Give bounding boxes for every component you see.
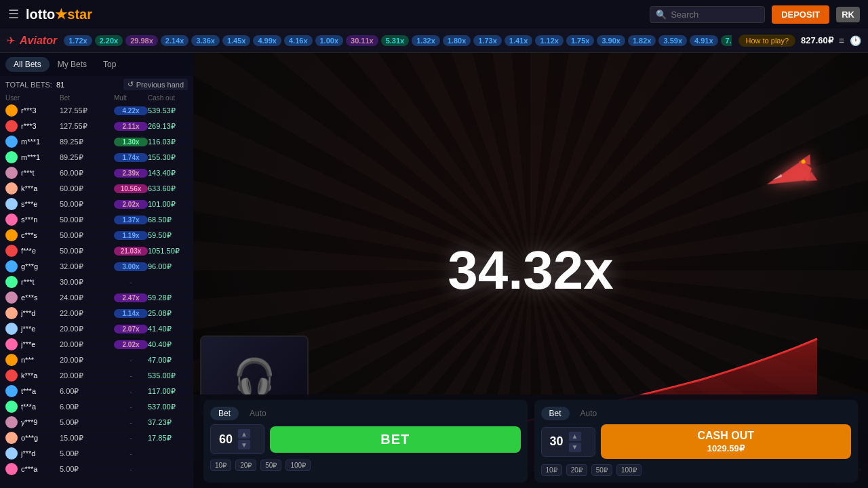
table-row: f***e 50.00₽ 21.03x 1051.50₽ (0, 243, 193, 259)
cashout-value: 17.85₽ (148, 434, 193, 443)
auto-tab-2[interactable]: Auto (572, 407, 606, 420)
user-cell: j***d (5, 307, 60, 319)
bet-increase-1[interactable]: ▲ (238, 429, 250, 439)
multiplier-badge[interactable]: 1.75x (566, 35, 595, 46)
user-cell: j***e (5, 338, 60, 350)
mult-pill: 21.03x (114, 247, 148, 256)
multiplier-badge[interactable]: 1.12x (535, 35, 564, 46)
bet-amount: 127.55₽ (60, 106, 114, 115)
bets-tab-top[interactable]: Top (95, 57, 124, 72)
multiplier-badge[interactable]: 3.59x (658, 35, 687, 46)
quick-bet-button[interactable]: 100₽ (285, 460, 311, 471)
multiplier-badge[interactable]: 4.16x (284, 35, 313, 46)
mult-pill: - (114, 403, 148, 411)
avatar (5, 307, 18, 319)
bet-decrease-2[interactable]: ▼ (569, 443, 581, 452)
search-box[interactable]: 🔍 (650, 6, 765, 23)
prev-hand-button[interactable]: ↺ Previous hand (123, 79, 188, 90)
bet-increase-2[interactable]: ▲ (569, 432, 581, 441)
multiplier-badge[interactable]: 7.76x (721, 35, 732, 46)
bets-panel: All BetsMy BetsTop TOTAL BETS: 81 ↺ Prev… (0, 53, 193, 488)
avatar (5, 260, 18, 272)
how-to-play-button[interactable]: How to play? (738, 35, 795, 47)
avatar (5, 354, 18, 366)
bets-info: TOTAL BETS: 81 ↺ Previous hand (0, 76, 193, 93)
balance-display: 827.60₽ (801, 35, 833, 45)
cashout-button[interactable]: CASH OUT 1029.59₽ (601, 424, 852, 459)
quick-bet-button[interactable]: 50₽ (260, 460, 281, 471)
bet-tab-2[interactable]: Bet (541, 407, 570, 420)
quick-bet-button[interactable]: 50₽ (591, 464, 612, 476)
table-row: r***3 127.55₽ 2.11x 269.13₽ (0, 119, 193, 134)
cashout-value: 537.00₽ (148, 403, 193, 411)
bet-amount: 127.55₽ (60, 122, 114, 131)
search-input[interactable] (671, 9, 759, 20)
table-row: n*** 20.00₽ - 47.00₽ (0, 352, 193, 368)
bet-amount: 50.00₽ (60, 231, 114, 240)
clock-icon[interactable]: 🕐 (850, 35, 861, 46)
user-avatar-badge[interactable]: RK (836, 7, 860, 22)
multiplier-badge[interactable]: 30.11x (346, 35, 378, 46)
multiplier-badge[interactable]: 3.90x (597, 35, 625, 46)
quick-amounts-1: 10₽20₽50₽100₽ (210, 460, 521, 471)
multiplier-badge[interactable]: 1.32x (412, 35, 440, 46)
mult-pill: 2.07x (114, 325, 148, 333)
logo-star: ★star (55, 6, 92, 22)
plane-icon: ✈ (7, 35, 16, 47)
multiplier-badge[interactable]: 1.72x (64, 35, 92, 46)
bet-button[interactable]: BET (270, 426, 521, 453)
quick-bet-button[interactable]: 20₽ (235, 460, 256, 471)
avatar (5, 447, 18, 460)
table-row: r***t 30.00₽ - (0, 274, 193, 290)
username: s***e (21, 200, 37, 208)
table-row: m***1 89.25₽ 1.74x 155.30₽ (0, 150, 193, 165)
avatar (5, 182, 18, 195)
multiplier-badge[interactable]: 4.99x (253, 35, 281, 46)
bet-tab-1[interactable]: Bet (210, 407, 239, 420)
multiplier-badge[interactable]: 5.31x (381, 35, 410, 46)
table-row: c***s 50.00₽ 1.19x 59.50₽ (0, 228, 193, 243)
avatar (5, 338, 18, 350)
bets-tab-my-bets[interactable]: My Bets (50, 57, 95, 72)
top-navigation: ☰ lotto ★star 🔍 DEPOSIT RK (0, 0, 868, 28)
multiplier-badge[interactable]: 1.00x (315, 35, 344, 46)
bet-amount: 6.00₽ (60, 403, 114, 411)
cashout-value: 143.40₽ (148, 169, 193, 178)
table-row: k***a 60.00₽ 10.56x 633.60₽ (0, 181, 193, 197)
main-content: All BetsMy BetsTop TOTAL BETS: 81 ↺ Prev… (0, 53, 868, 488)
bet-adjusters-1: ▲ ▼ (238, 429, 250, 449)
list-icon[interactable]: ≡ (839, 35, 844, 46)
username: g***g (21, 262, 38, 270)
bet-panel-1: Bet Auto 60 ▲ ▼ BET 10₽20₽50₽100₽ (203, 400, 528, 483)
multiplier-badge[interactable]: 3.36x (191, 35, 220, 46)
user-cell: o***g (5, 432, 60, 444)
username: e***s (21, 293, 37, 302)
quick-bet-button[interactable]: 10₽ (541, 464, 562, 476)
multiplier-badge[interactable]: 29.98x (125, 35, 158, 46)
bet-decrease-1[interactable]: ▼ (238, 440, 250, 449)
quick-bet-button[interactable]: 20₽ (566, 464, 587, 476)
multiplier-badge[interactable]: 1.73x (473, 35, 502, 46)
bet-amount: 50.00₽ (60, 247, 114, 256)
quick-bet-button[interactable]: 10₽ (210, 460, 231, 471)
table-row: o***g 15.00₽ - 17.85₽ (0, 430, 193, 446)
auto-tab-1[interactable]: Auto (241, 407, 275, 420)
multiplier-badge[interactable]: 1.82x (628, 35, 656, 46)
deposit-button[interactable]: DEPOSIT (772, 5, 829, 24)
cashout-value: 40.40₽ (148, 340, 193, 349)
multiplier-badge[interactable]: 4.91x (690, 35, 718, 46)
multiplier-badge[interactable]: 2.20x (95, 35, 123, 46)
bet-value-2: 30 ▲ ▼ (541, 427, 595, 457)
multiplier-badge[interactable]: 2.14x (161, 35, 189, 46)
username: t***a (21, 403, 36, 411)
bets-tab-all-bets[interactable]: All Bets (5, 57, 50, 72)
cashout-value: 59.50₽ (148, 231, 193, 240)
quick-bet-button[interactable]: 100₽ (616, 464, 642, 476)
multiplier-badge[interactable]: 1.45x (222, 35, 251, 46)
multiplier-badge[interactable]: 1.41x (505, 35, 533, 46)
multiplier-badge[interactable]: 1.80x (443, 35, 471, 46)
user-cell: f***e (5, 245, 60, 257)
multiplier-strip: 1.72x2.20x29.98x2.14x3.36x1.45x4.99x4.16… (64, 35, 732, 46)
menu-icon[interactable]: ☰ (8, 7, 19, 22)
bet-amount: 20.00₽ (60, 325, 114, 333)
